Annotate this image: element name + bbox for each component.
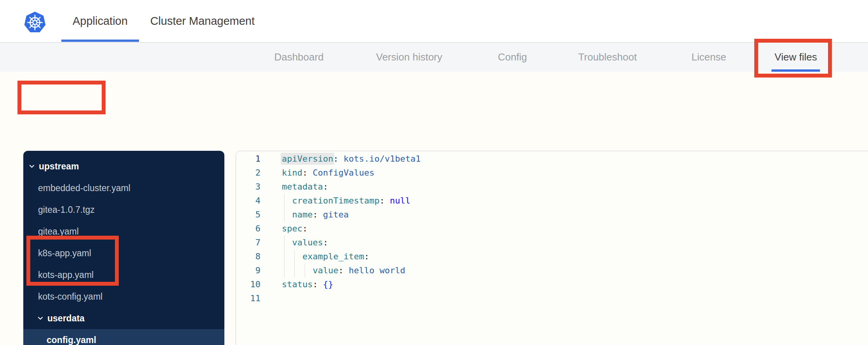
indent-guide <box>294 250 295 264</box>
code-token: : <box>339 266 344 275</box>
code-line[interactable]: 11 <box>236 292 868 305</box>
indent-guide <box>294 264 295 278</box>
line-number: 1 <box>236 152 260 166</box>
code-token <box>385 196 390 205</box>
code-token: example_item <box>302 252 364 261</box>
line-number: 11 <box>236 292 260 305</box>
code-line-text: apiVersion: kots.io/v1beta1 <box>260 152 421 166</box>
code-line-text: value: hello world <box>260 264 405 278</box>
tree-file-gitea-1-0-7-tgz[interactable]: gitea-1.0.7.tgz <box>23 199 224 221</box>
code-line-text: values: <box>260 236 328 250</box>
tree-item-label: k8s-app.yaml <box>38 248 91 259</box>
indent-guide <box>284 194 285 208</box>
tree-file-kots-app-yaml[interactable]: kots-app.yaml <box>23 264 224 286</box>
code-token: hello world <box>349 266 405 275</box>
indent-guide <box>305 264 305 278</box>
line-number: 3 <box>236 180 260 194</box>
tree-item-label: gitea-1.0.7.tgz <box>38 205 95 215</box>
nav-tab-view-files[interactable]: View files <box>771 43 820 72</box>
code-line-text: example_item: <box>260 250 369 264</box>
code-token: value <box>312 266 338 275</box>
tree-item-label: kots-app.yaml <box>38 270 94 280</box>
code-line[interactable]: 4 creationTimestamp: null <box>236 194 868 208</box>
file-tree: upstreamembedded-cluster.yamlgitea-1.0.7… <box>23 151 224 345</box>
tree-folder-userdata[interactable]: userdata <box>23 307 224 329</box>
line-number: 7 <box>236 236 260 250</box>
code-token <box>318 210 323 219</box>
chevron-down-icon <box>37 315 43 321</box>
code-token: : <box>302 224 307 233</box>
header-tabs: ApplicationCluster Management <box>61 0 266 42</box>
code-line-text: status: {} <box>260 278 333 292</box>
code-token <box>307 168 312 178</box>
code-token: gitea <box>323 210 349 219</box>
code-token: {} <box>323 279 333 289</box>
tree-file-gitea-yaml[interactable]: gitea.yaml <box>23 221 224 242</box>
code-line-text: kind: ConfigValues <box>260 166 374 180</box>
code-token <box>282 252 302 261</box>
code-token: null <box>390 196 410 205</box>
app-header: ApplicationCluster Management <box>0 0 868 42</box>
tree-file-kots-config-yaml[interactable]: kots-config.yaml <box>23 286 224 307</box>
tab-application[interactable]: Application <box>61 0 139 42</box>
indent-guide <box>284 250 285 264</box>
code-token <box>282 238 292 247</box>
tree-item-label: kots-config.yaml <box>38 292 102 302</box>
tree-file-k8s-app-yaml[interactable]: k8s-app.yaml <box>23 242 224 264</box>
indent-guide <box>284 208 285 222</box>
code-token: : <box>364 252 369 261</box>
code-line-text: metadata: <box>260 180 328 194</box>
code-token: metadata <box>282 182 323 191</box>
line-number: 10 <box>236 278 260 292</box>
code-token: : <box>333 154 338 164</box>
nav-tab-config[interactable]: Config <box>495 43 530 72</box>
code-token <box>282 210 292 219</box>
nav-tab-license[interactable]: License <box>688 43 729 72</box>
code-token <box>344 266 349 275</box>
code-line[interactable]: 10status: {} <box>236 278 868 292</box>
code-line-text: spec: <box>260 222 307 236</box>
line-number: 4 <box>236 194 260 208</box>
tree-folder-upstream[interactable]: upstream <box>23 155 224 177</box>
code-editor[interactable]: 1apiVersion: kots.io/v1beta12kind: Confi… <box>236 151 868 345</box>
code-line[interactable]: 7 values: <box>236 236 868 250</box>
code-token: status <box>282 279 312 289</box>
code-line[interactable]: 8 example_item: <box>236 250 868 264</box>
app-nav: DashboardVersion historyConfigTroublesho… <box>0 42 868 72</box>
line-number: 9 <box>236 264 260 278</box>
indent-guide <box>284 236 285 250</box>
tree-item-label: userdata <box>47 313 85 324</box>
code-token: : <box>302 168 307 178</box>
code-token: : <box>323 182 328 191</box>
code-line-text: name: gitea <box>260 208 349 222</box>
nav-tab-dashboard[interactable]: Dashboard <box>271 43 326 72</box>
code-line[interactable]: 2kind: ConfigValues <box>236 166 868 180</box>
code-line[interactable]: 3metadata: <box>236 180 868 194</box>
line-number: 8 <box>236 250 260 264</box>
code-token: : <box>312 279 318 289</box>
code-token: : <box>323 238 328 247</box>
content-area: upstreamembedded-cluster.yamlgitea-1.0.7… <box>0 72 868 345</box>
code-line[interactable]: 1apiVersion: kots.io/v1beta1 <box>236 152 868 166</box>
tree-file-config-yaml[interactable]: config.yaml <box>23 329 224 345</box>
code-line-text <box>260 292 282 305</box>
code-token: values <box>292 238 323 247</box>
tree-item-label: embedded-cluster.yaml <box>38 183 130 193</box>
nav-tab-troubleshoot[interactable]: Troubleshoot <box>575 43 640 72</box>
indent-guide <box>284 264 285 278</box>
tab-cluster-management[interactable]: Cluster Management <box>139 0 266 42</box>
code-line[interactable]: 5 name: gitea <box>236 208 868 222</box>
code-token: spec <box>282 224 302 233</box>
code-line[interactable]: 6spec: <box>236 222 868 236</box>
code-token: kots.io/v1beta1 <box>344 154 421 164</box>
code-line[interactable]: 9 value: hello world <box>236 264 868 278</box>
code-line-text: creationTimestamp: null <box>260 194 410 208</box>
code-token <box>282 266 312 275</box>
tree-item-label: config.yaml <box>47 335 96 345</box>
chevron-down-icon <box>29 163 35 169</box>
nav-tab-version-history[interactable]: Version history <box>373 43 446 72</box>
code-token: ConfigValues <box>312 168 374 178</box>
tree-file-embedded-cluster-yaml[interactable]: embedded-cluster.yaml <box>23 177 224 199</box>
kubernetes-logo-icon <box>24 11 46 34</box>
code-token <box>339 154 344 164</box>
